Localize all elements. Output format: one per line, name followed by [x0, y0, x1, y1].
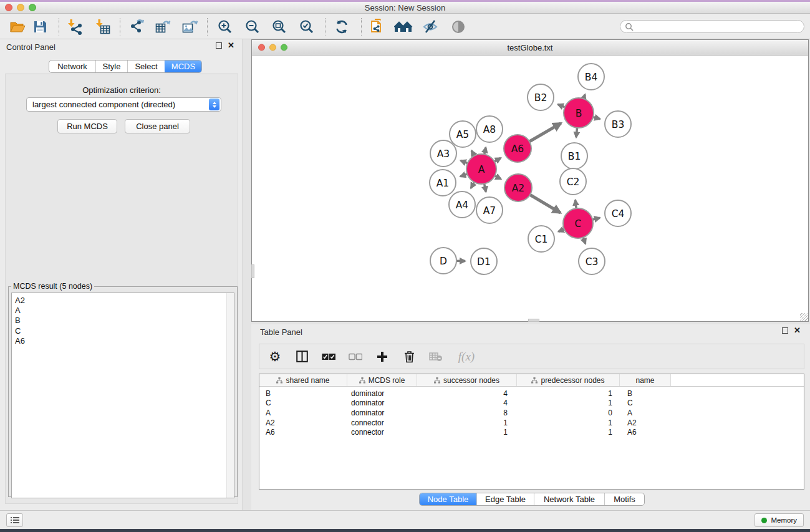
optimization-criterion-select[interactable]: largest connected component (directed) [26, 97, 221, 112]
mcds-result-item[interactable]: A6 [12, 336, 234, 346]
task-history-button[interactable] [6, 513, 23, 527]
graph-node-A4[interactable]: A4 [449, 191, 475, 218]
export-table-icon[interactable] [152, 17, 173, 37]
table-cell[interactable]: 1 [517, 389, 620, 398]
delete-table-icon[interactable] [429, 349, 443, 364]
open-folder-icon[interactable] [7, 17, 28, 37]
graph-node-A3[interactable]: A3 [430, 140, 456, 167]
mcds-result-list[interactable]: A2ABCA6 [11, 293, 234, 498]
graph-node-B1[interactable]: B1 [561, 143, 587, 169]
table-cell[interactable]: A6 [620, 428, 671, 437]
search-field[interactable] [620, 20, 804, 33]
graph-node-A2[interactable]: A2 [504, 174, 532, 201]
table-cell[interactable]: connector [347, 428, 417, 437]
graph-node-C[interactable]: C [563, 208, 593, 238]
tab-network-table[interactable]: Network Table [534, 493, 604, 505]
add-column-icon[interactable] [375, 349, 389, 364]
settings-gear-icon[interactable]: ⚙ [268, 349, 282, 364]
save-icon[interactable] [29, 17, 51, 37]
home-layout-icon[interactable] [393, 17, 414, 37]
refresh-icon[interactable] [331, 17, 352, 37]
graph-node-A1[interactable]: A1 [430, 170, 456, 196]
zoom-network-button[interactable] [281, 44, 287, 51]
result-scrollbar[interactable] [226, 293, 234, 498]
table-cell[interactable]: 1 [417, 418, 517, 427]
table-cell[interactable]: dominator [347, 399, 417, 407]
delete-column-icon[interactable] [402, 349, 416, 364]
graph-node-A6[interactable]: A6 [504, 135, 531, 162]
table-cell[interactable]: 4 [417, 389, 517, 398]
duplicate-network-icon[interactable] [367, 17, 388, 37]
mcds-result-item[interactable]: A2 [12, 296, 234, 306]
table-cell[interactable]: A [620, 409, 671, 417]
export-image-icon[interactable] [179, 17, 200, 37]
graph-node-B4[interactable]: B4 [578, 64, 604, 90]
graph-node-B2[interactable]: B2 [528, 84, 554, 110]
graph-node-A7[interactable]: A7 [476, 197, 503, 223]
zoom-selected-icon[interactable] [296, 17, 317, 37]
graph-node-C1[interactable]: C1 [528, 226, 554, 252]
import-table-icon[interactable] [93, 17, 114, 37]
function-builder-icon[interactable]: f(x) [456, 349, 477, 364]
graph-node-C3[interactable]: C3 [579, 248, 605, 274]
network-canvas[interactable]: AA6A2BCA5A8A3A1A4A7B2B4B3B1C2C4C1C3DD1 [252, 56, 808, 321]
column-header-name[interactable]: name [620, 374, 671, 386]
deselect-all-checkboxes-icon[interactable] [349, 349, 362, 364]
float-panel-icon[interactable] [216, 42, 222, 49]
table-cell[interactable]: 0 [517, 409, 620, 417]
window-left-grip[interactable] [251, 264, 254, 278]
graph-node-C4[interactable]: C4 [605, 200, 631, 226]
graph-node-A5[interactable]: A5 [450, 121, 476, 147]
network-window-titlebar[interactable]: testGlobe.txt [252, 40, 808, 56]
table-row[interactable]: Adominator80A [259, 408, 804, 418]
memory-button[interactable]: Memory [755, 513, 804, 527]
table-row[interactable]: Bdominator41B [259, 389, 804, 399]
table-cell[interactable]: dominator [347, 409, 417, 417]
graph-node-C2[interactable]: C2 [560, 168, 586, 195]
table-cell[interactable]: 8 [417, 409, 517, 417]
table-cell[interactable]: A2 [620, 418, 671, 427]
table-cell[interactable]: C [259, 399, 347, 407]
column-header-shared-name[interactable]: shared name [259, 374, 347, 386]
tab-mcds[interactable]: MCDS [165, 60, 201, 72]
window-bottom-grip[interactable] [528, 319, 539, 322]
table-cell[interactable]: 1 [517, 399, 620, 407]
table-cell[interactable]: C [620, 399, 671, 407]
graph-node-A8[interactable]: A8 [476, 116, 503, 142]
window-resize-corner[interactable] [800, 313, 808, 321]
zoom-in-icon[interactable] [215, 17, 236, 37]
close-window-button[interactable] [5, 4, 12, 11]
graph-node-D[interactable]: D [430, 248, 456, 274]
minimize-window-button[interactable] [17, 4, 24, 11]
close-panel-button[interactable]: Close panel [125, 119, 190, 133]
column-header-MCDS-role[interactable]: MCDS role [347, 374, 417, 386]
select-all-checkboxes-icon[interactable] [322, 349, 335, 364]
tab-network[interactable]: Network [49, 60, 95, 72]
table-cell[interactable]: connector [347, 418, 417, 427]
search-input[interactable] [636, 22, 804, 32]
table-cell[interactable]: 4 [417, 399, 517, 407]
import-network-icon[interactable] [65, 17, 86, 37]
mcds-result-item[interactable]: C [12, 326, 234, 336]
column-header-predecessor-nodes[interactable]: predecessor nodes [517, 374, 620, 386]
table-cell[interactable]: A2 [259, 418, 347, 427]
export-network-icon[interactable] [126, 17, 147, 37]
column-layout-icon[interactable] [295, 349, 309, 364]
tab-style[interactable]: Style [95, 60, 127, 72]
zoom-window-button[interactable] [29, 4, 36, 11]
run-mcds-button[interactable]: Run MCDS [57, 119, 117, 133]
mcds-result-item[interactable]: A [12, 306, 234, 316]
zoom-out-icon[interactable] [242, 17, 263, 37]
graph-node-A[interactable]: A [466, 154, 496, 184]
float-table-panel-icon[interactable] [782, 327, 788, 334]
zoom-fit-icon[interactable] [269, 17, 290, 37]
table-cell[interactable]: B [620, 389, 671, 398]
hide-edges-icon[interactable] [420, 17, 441, 37]
tab-edge-table[interactable]: Edge Table [476, 493, 534, 505]
table-row[interactable]: A6connector11A6 [259, 427, 804, 437]
close-panel-icon[interactable]: ✕ [228, 42, 234, 49]
column-header-successor-nodes[interactable]: successor nodes [417, 374, 517, 386]
minimize-network-button[interactable] [269, 44, 276, 51]
graph-node-D1[interactable]: D1 [471, 248, 497, 274]
graph-node-B3[interactable]: B3 [605, 111, 631, 137]
